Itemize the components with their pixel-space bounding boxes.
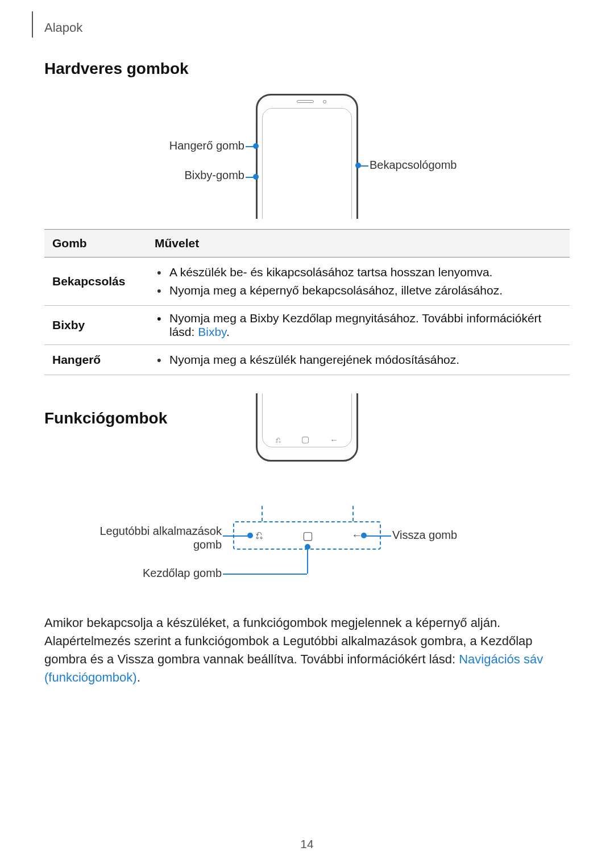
phone-outline-top <box>256 94 358 219</box>
home-icon: ▢ <box>302 529 313 542</box>
recents-icon: ⎌ <box>256 529 263 542</box>
link-bixby[interactable]: Bixby <box>198 325 226 338</box>
label-home-key: Kezdőlap gomb <box>143 567 222 580</box>
table-row: Bekapcsolás A készülék be- és kikapcsolá… <box>44 258 570 306</box>
label-power-key: Bekapcsológomb <box>370 159 457 172</box>
page-content: Hardveres gombok Hangerő gomb Bixby-gomb… <box>44 60 570 687</box>
phone-outline-bottom: ⎌ ▢ ← <box>256 393 358 518</box>
table-row: Bixby Nyomja meg a Bixby Kezdőlap megnyi… <box>44 306 570 345</box>
th-key: Gomb <box>44 230 147 258</box>
action-item: Nyomja meg a készülék hangerejének módos… <box>155 351 562 369</box>
cell-key: Bixby <box>44 306 147 345</box>
action-item: A készülék be- és kikapcsolásához tartsa… <box>155 263 562 281</box>
home-icon: ▢ <box>301 434 309 445</box>
label-volume-key: Hangerő gomb <box>169 139 244 152</box>
label-bixby-key: Bixby-gomb <box>184 169 244 182</box>
back-icon: ← <box>330 435 338 445</box>
th-action: Művelet <box>147 230 570 258</box>
heading-hardware-keys: Hardveres gombok <box>44 60 570 78</box>
recents-icon: ⎌ <box>276 435 281 445</box>
cell-action: Nyomja meg a Bixby Kezdőlap megnyitásáho… <box>147 306 570 345</box>
cell-key: Bekapcsolás <box>44 258 147 306</box>
page-number: 14 <box>0 837 614 851</box>
softkeys-paragraph: Amikor bekapcsolja a készüléket, a funkc… <box>44 614 570 687</box>
label-back-key: Vissza gomb <box>392 529 457 542</box>
table-row: Hangerő Nyomja meg a készülék hangerején… <box>44 345 570 375</box>
side-rule <box>32 11 33 38</box>
action-item: Nyomja meg a képernyő bekapcsolásához, i… <box>155 281 562 300</box>
action-suffix: . <box>226 325 230 338</box>
hardware-keys-table: Gomb Művelet Bekapcsolás A készülék be- … <box>44 229 570 375</box>
cell-action: Nyomja meg a készülék hangerejének módos… <box>147 345 570 375</box>
para-suffix: . <box>137 670 140 684</box>
diagram-hardware-keys: Hangerő gomb Bixby-gomb Bekapcsológomb <box>44 94 570 219</box>
label-recents-key: Legutóbbi alkalmazások gomb <box>97 524 222 551</box>
cell-action: A készülék be- és kikapcsolásához tartsa… <box>147 258 570 306</box>
diagram-soft-keys: ⎌ ▢ ← ⎌ ▢ ← Legutóbbi alkalmazások gomb … <box>44 445 570 604</box>
section-header: Alapok <box>44 20 82 35</box>
cell-key: Hangerő <box>44 345 147 375</box>
